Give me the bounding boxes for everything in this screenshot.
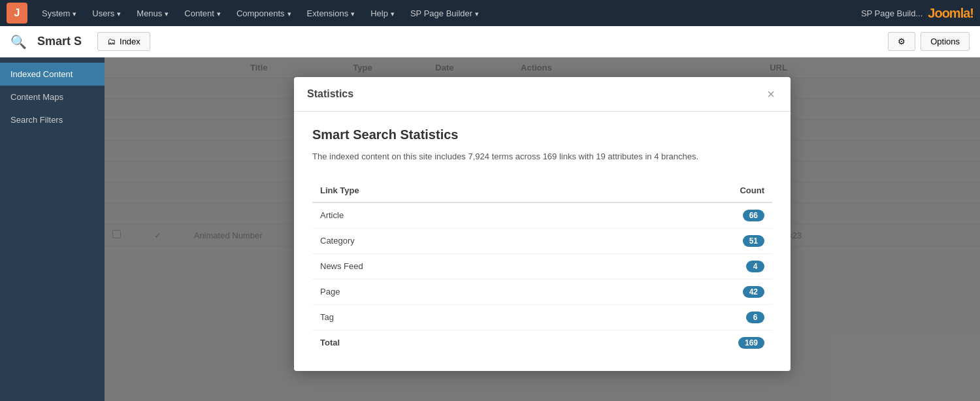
options-button[interactable]: Options	[921, 32, 970, 51]
stats-row-count: 42	[581, 279, 772, 304]
stats-row-count: 6	[581, 304, 772, 330]
extensions-chevron-icon	[351, 8, 355, 18]
stats-table-row: Page42	[312, 279, 772, 304]
nav-extensions[interactable]: Extensions	[301, 6, 362, 21]
sp-page-builder-link[interactable]: SP Page Build...	[861, 8, 923, 18]
sidebar-item-indexed-content[interactable]: Indexed Content	[0, 63, 105, 86]
joomla-icon: J	[7, 3, 27, 24]
modal-overlay[interactable]: Statistics × Smart Search Statistics The…	[105, 57, 980, 401]
stats-table-row: Tag6	[312, 304, 772, 330]
sidebar-item-search-filters[interactable]: Search Filters	[0, 108, 105, 131]
stats-row-type: Category	[312, 228, 581, 253]
gear-button[interactable]: ⚙	[888, 32, 915, 51]
modal-body: Smart Search Statistics The indexed cont…	[294, 112, 791, 371]
stats-row-count: 66	[581, 202, 772, 229]
page-title: Smart S	[37, 35, 82, 48]
toolbar: 🔍 Smart S 🗂 Index ⚙ Options	[0, 26, 980, 57]
modal-title: Statistics	[307, 88, 353, 100]
modal-header: Statistics ×	[294, 77, 791, 112]
stats-table: Link Type Count Article66Category51News …	[312, 179, 772, 355]
help-chevron-icon	[391, 8, 395, 18]
stats-table-row: Article66	[312, 202, 772, 229]
stats-row-type: News Feed	[312, 253, 581, 279]
stats-row-count: 51	[581, 228, 772, 253]
stats-table-row: News Feed4	[312, 253, 772, 279]
main-content: Title Type Date Actions URL =75 &id=38 g…	[105, 57, 980, 401]
statistics-modal: Statistics × Smart Search Statistics The…	[294, 77, 791, 371]
nav-components[interactable]: Components	[230, 6, 298, 21]
main-layout: Indexed Content Content Maps Search Filt…	[0, 57, 980, 401]
sidebar: Indexed Content Content Maps Search Filt…	[0, 57, 105, 401]
users-chevron-icon	[117, 8, 121, 18]
nav-menus[interactable]: Menus	[130, 6, 175, 21]
nav-users[interactable]: Users	[86, 6, 127, 21]
stats-row-count: 4	[581, 253, 772, 279]
stats-row-type: Article	[312, 202, 581, 229]
col-link-type: Link Type	[312, 179, 581, 202]
search-icon: 🔍	[10, 34, 27, 50]
stats-heading: Smart Search Statistics	[312, 127, 772, 142]
index-button[interactable]: 🗂 Index	[97, 32, 150, 51]
nav-system[interactable]: System	[35, 6, 83, 21]
sidebar-item-content-maps[interactable]: Content Maps	[0, 86, 105, 108]
components-chevron-icon	[287, 8, 291, 18]
spbuilder-chevron-icon	[475, 8, 479, 18]
stats-total-row: Total169	[312, 330, 772, 355]
nav-sp-page-builder[interactable]: SP Page Builder	[404, 6, 485, 21]
toolbar-right: ⚙ Options	[888, 32, 970, 51]
stats-row-type: Page	[312, 279, 581, 304]
joomla-logo: Joomla!	[928, 6, 973, 21]
topbar-right: SP Page Build... Joomla!	[861, 6, 973, 21]
nav-content[interactable]: Content	[178, 6, 227, 21]
stats-table-row: Category51	[312, 228, 772, 253]
nav-help[interactable]: Help	[364, 6, 401, 21]
col-count: Count	[581, 179, 772, 202]
index-icon: 🗂	[107, 37, 116, 46]
content-chevron-icon	[217, 8, 221, 18]
system-chevron-icon	[73, 8, 76, 18]
topbar: J System Users Menus Content Components …	[0, 0, 980, 26]
stats-row-type: Tag	[312, 304, 581, 330]
modal-close-button[interactable]: ×	[764, 88, 777, 101]
menus-chevron-icon	[165, 8, 169, 18]
stats-description: The indexed content on this site include…	[312, 150, 772, 163]
